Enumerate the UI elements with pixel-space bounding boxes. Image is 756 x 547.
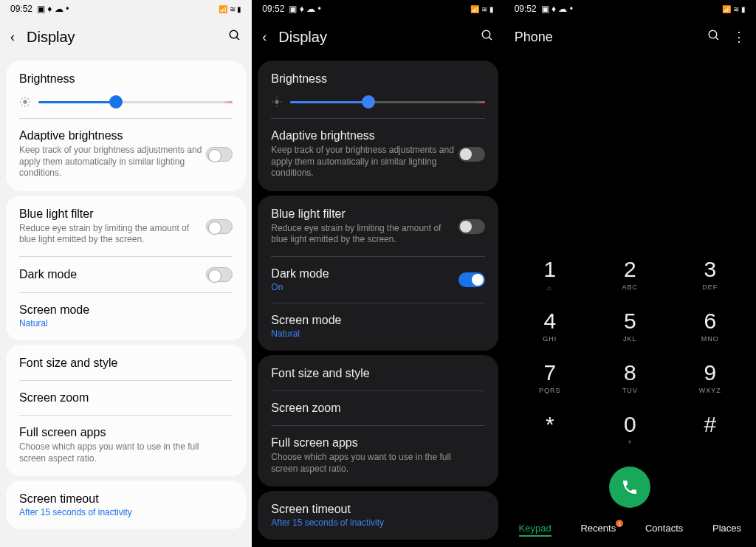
adaptive-brightness-row[interactable]: Adaptive brightness Keep track of your b… [6, 119, 246, 190]
key-2[interactable]: 2ABC [590, 251, 670, 303]
screen-light-settings: 09:52 ▣ ♦ ☁ • 📶 ≋ ▮ ‹ Display Brightness [0, 0, 252, 547]
key-num: 3 [670, 257, 750, 282]
search-icon[interactable] [481, 29, 494, 46]
font-row[interactable]: Font size and style [6, 346, 246, 380]
screenmode-row[interactable]: Screen mode Natural [6, 293, 246, 339]
darkmode-state: On [271, 282, 458, 292]
darkmode-title: Dark mode [19, 268, 206, 281]
key-num: 8 [590, 360, 670, 385]
darkmode-toggle[interactable] [206, 267, 233, 282]
key-6[interactable]: 6MNO [670, 303, 750, 354]
status-bar: 09:52 ▣ ♦ ☁ • 📶 ≋ ▮ [252, 0, 504, 18]
fullscreen-title: Full screen apps [19, 426, 233, 439]
header: ‹ Display [252, 18, 504, 56]
key-letters [670, 438, 750, 446]
key-letters [510, 438, 590, 446]
fullscreen-desc: Choose which apps you want to use in the… [19, 441, 204, 464]
key-#[interactable]: # [670, 406, 750, 458]
screenmode-value: Natural [271, 328, 484, 339]
status-clock: 09:52 [10, 4, 32, 14]
timeout-row[interactable]: Screen timeout After 15 seconds of inact… [6, 482, 246, 528]
back-icon[interactable]: ‹ [10, 30, 15, 45]
timeout-value: After 15 seconds of inactivity [19, 507, 233, 517]
adaptive-title: Adaptive brightness [19, 129, 206, 142]
key-num: 7 [510, 360, 590, 385]
keypad: 1⌕2ABC3DEF4GHI5JKL6MNO7PQRS8TUV9WXYZ*0+# [504, 251, 756, 458]
fullscreen-row[interactable]: Full screen apps Choose which apps you w… [6, 416, 246, 475]
search-icon[interactable] [228, 29, 241, 46]
status-right-icons: 📶 ≋ ▮ [470, 5, 494, 13]
key-5[interactable]: 5JKL [590, 303, 670, 354]
header: ‹ Display [0, 18, 252, 56]
darkmode-row[interactable]: Dark mode On [258, 257, 498, 303]
font-row[interactable]: Font size and style [258, 357, 498, 391]
brightness-icon [271, 96, 283, 108]
key-9[interactable]: 9WXYZ [670, 354, 750, 406]
adaptive-toggle[interactable] [206, 147, 233, 162]
key-3[interactable]: 3DEF [670, 251, 750, 303]
back-icon[interactable]: ‹ [262, 30, 267, 45]
key-num: # [670, 412, 750, 437]
bluelight-row[interactable]: Blue light filter Reduce eye strain by l… [6, 197, 246, 256]
page-title: Phone [515, 30, 695, 45]
svg-line-10 [28, 98, 29, 99]
status-indicator-icon: ▣ ♦ ☁ • [37, 4, 69, 14]
adaptive-title: Adaptive brightness [271, 129, 458, 142]
phone-icon [621, 478, 639, 496]
key-1[interactable]: 1⌕ [510, 251, 590, 303]
key-num: 2 [590, 257, 670, 282]
group-display-options: Blue light filter Reduce eye strain by l… [6, 196, 246, 340]
key-0[interactable]: 0+ [590, 406, 670, 458]
adaptive-toggle[interactable] [458, 147, 485, 162]
brightness-slider[interactable] [290, 101, 484, 103]
darkmode-title: Dark mode [271, 267, 458, 281]
timeout-value: After 15 seconds of inactivity [271, 517, 484, 528]
darkmode-toggle[interactable] [458, 272, 485, 287]
status-clock: 09:52 [262, 4, 284, 14]
more-icon[interactable]: ⋮ [732, 29, 746, 45]
font-title: Font size and style [271, 367, 484, 380]
svg-point-11 [482, 30, 490, 38]
font-title: Font size and style [19, 357, 233, 370]
key-4[interactable]: 4GHI [510, 303, 590, 354]
key-7[interactable]: 7PQRS [510, 354, 590, 406]
bluelight-toggle[interactable] [458, 219, 485, 234]
bluelight-title: Blue light filter [271, 207, 458, 221]
timeout-title: Screen timeout [19, 492, 233, 506]
tab-keypad[interactable]: Keypad [519, 523, 551, 537]
svg-line-19 [715, 37, 718, 40]
adaptive-brightness-row[interactable]: Adaptive brightness Keep track of your b… [258, 119, 498, 190]
page-title: Display [27, 29, 216, 46]
fullscreen-row[interactable]: Full screen apps Choose which apps you w… [258, 426, 498, 485]
bluelight-row[interactable]: Blue light filter Reduce eye strain by l… [258, 197, 498, 256]
page-title: Display [278, 29, 468, 46]
bluelight-title: Blue light filter [19, 207, 206, 221]
key-num: 6 [670, 309, 750, 334]
timeout-row[interactable]: Screen timeout After 15 seconds of inact… [258, 492, 498, 538]
tab-places[interactable]: Places [712, 523, 741, 537]
svg-line-12 [489, 37, 492, 40]
brightness-slider[interactable] [38, 101, 233, 103]
svg-line-8 [28, 105, 29, 106]
key-8[interactable]: 8TUV [590, 354, 670, 406]
status-right-icons: 📶 ≋ ▮ [219, 5, 242, 13]
tab-recents[interactable]: Recents1 [580, 523, 616, 537]
bluelight-toggle[interactable] [206, 219, 233, 234]
group-brightness: Brightness Adaptive brightness Keep trac… [6, 61, 246, 191]
zoom-row[interactable]: Screen zoom [6, 381, 246, 415]
tab-contacts[interactable]: Contacts [645, 523, 683, 537]
screenmode-row[interactable]: Screen mode Natural [258, 303, 498, 349]
key-num: * [510, 412, 590, 437]
brightness-label: Brightness [19, 72, 233, 86]
bottom-tabs: KeypadRecents1ContactsPlaces [504, 515, 756, 547]
brightness-label: Brightness [271, 72, 484, 86]
key-letters: ⌕ [510, 283, 590, 291]
key-letters: TUV [590, 387, 670, 394]
group-font: Font size and style Screen zoom Full scr… [6, 345, 246, 476]
search-icon[interactable] [707, 29, 721, 46]
key-*[interactable]: * [510, 406, 590, 458]
call-button[interactable] [609, 467, 650, 508]
svg-point-0 [230, 30, 238, 38]
darkmode-row[interactable]: Dark mode [6, 257, 246, 292]
zoom-row[interactable]: Screen zoom [258, 391, 498, 425]
